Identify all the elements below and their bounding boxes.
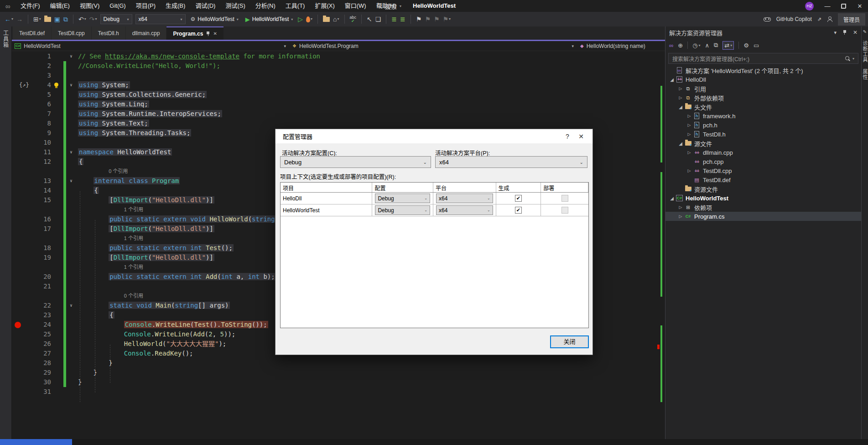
indent-icon[interactable]: ≣ [400, 16, 405, 22]
redo-icon[interactable]: ↷▾ [89, 16, 97, 22]
tree-item[interactable]: ◢头文件 [665, 102, 861, 111]
bookmark-next-icon[interactable]: ⚑ [434, 16, 440, 22]
hot-reload-icon[interactable]: ▾ [306, 16, 312, 22]
spell-check-icon[interactable]: abc✔ [350, 16, 357, 23]
solution-platform-combo[interactable]: x64▾ [135, 14, 186, 24]
bookmark-clear-icon[interactable]: ⚑▾ [443, 16, 451, 22]
save-all-icon[interactable]: ⧉ [63, 16, 68, 22]
tree-item[interactable]: ▷hpch.h [665, 120, 861, 130]
close-icon[interactable]: ✕ [853, 29, 858, 36]
tree-item[interactable]: ◢源文件 [665, 139, 861, 148]
navigate-cursor-icon[interactable]: ↖ [367, 16, 372, 22]
breadcrumb-project[interactable]: C# HelloWorldTest ▾ [12, 41, 290, 51]
menu-item[interactable]: Git(G) [104, 2, 130, 9]
avatar[interactable]: HZ [805, 2, 814, 10]
expander-icon[interactable]: ▷ [686, 132, 693, 136]
dialog-close-icon[interactable]: ✕ [574, 133, 588, 140]
build-checkbox[interactable]: ✔ [515, 195, 522, 202]
expander-icon[interactable]: ▷ [677, 214, 684, 219]
github-copilot-icon[interactable] [764, 17, 771, 21]
fold-arrow-icon[interactable]: ∨ [68, 176, 75, 186]
expander-icon[interactable]: ▷ [686, 114, 693, 118]
open-file-icon[interactable] [44, 17, 51, 22]
deploy-checkbox[interactable] [561, 207, 568, 214]
pin-icon[interactable] [206, 31, 210, 36]
menu-item[interactable]: 编辑(E) [45, 2, 75, 9]
clipboard-icon[interactable]: ❏ [375, 16, 381, 22]
tree-item[interactable]: ▷C#Program.cs [665, 212, 861, 221]
fold-arrow-icon[interactable]: ∨ [68, 147, 75, 157]
tree-item[interactable]: ∞解决方案 'HelloWorldTest' (2 个项目, 共 2 个) [665, 66, 861, 75]
unindent-icon[interactable]: ≣ [391, 16, 397, 22]
scrollbar-change-mark[interactable] [660, 86, 662, 162]
close-button[interactable]: ✕ [855, 3, 864, 10]
tree-item[interactable]: ▷⧉外部依赖项 [665, 93, 861, 102]
config-combo[interactable]: Debug⌄ [375, 205, 430, 215]
menu-item[interactable]: 测试(S) [220, 2, 250, 9]
properties-pages-icon[interactable]: ⧉ [714, 42, 718, 49]
document-tab[interactable]: Program.cs✕ [166, 26, 223, 40]
toolbox-tab[interactable]: 工具箱 [2, 30, 10, 48]
brace-suggestion-icon[interactable]: {↗} [19, 80, 29, 90]
codelens-references[interactable]: 1 个引用 [124, 234, 143, 243]
codelens-references[interactable]: 0 个引用 [109, 167, 128, 176]
tree-item[interactable]: ▷++TestDll.cpp [665, 166, 861, 175]
menu-item[interactable]: 视图(V) [75, 2, 104, 9]
expander-icon[interactable]: ▷ [677, 95, 684, 100]
tree-item[interactable]: ▷hframework.h [665, 111, 861, 120]
run-button[interactable]: ▶HelloWorldTest▾ [244, 16, 295, 23]
undo-icon[interactable]: ↶▾ [78, 16, 86, 22]
restore-button[interactable] [841, 4, 846, 9]
pending-changes-icon[interactable]: ◷▾ [692, 42, 700, 49]
startup-project-combo[interactable]: ⚙HelloWorldTest▾ [189, 16, 240, 22]
scrollbar-change-mark[interactable] [660, 325, 662, 402]
globe-icon[interactable]: ⊕ [678, 42, 683, 49]
active-platform-combo[interactable]: x64 ⌄ [435, 156, 587, 168]
deploy-checkbox[interactable] [561, 195, 568, 202]
menu-item[interactable]: 窗口(W) [340, 2, 371, 9]
sync-active-document-icon[interactable]: ⇄▾ [722, 41, 734, 50]
send-feedback-icon[interactable]: ⇗ [817, 16, 821, 22]
document-tab[interactable]: TestDll.def [13, 26, 51, 40]
find-in-files-icon[interactable] [323, 17, 330, 22]
platform-combo[interactable]: x64⌄ [436, 205, 493, 215]
codelens-references[interactable]: 1 个引用 [124, 205, 143, 215]
search-box[interactable]: 搜索 ▾ [377, 0, 401, 12]
platform-combo[interactable]: x64⌄ [436, 194, 493, 203]
tree-item[interactable]: ◢C#HelloWorldTest [665, 194, 861, 203]
tree-item[interactable]: ++pch.cpp [665, 157, 861, 166]
bookmark-prev-icon[interactable]: ⚑ [425, 16, 431, 22]
tree-item[interactable]: ▤TestDll.def [665, 175, 861, 184]
fold-arrow-icon[interactable]: ∨ [68, 301, 75, 310]
preview-selected-icon[interactable]: ▭ [754, 42, 759, 49]
expander-icon[interactable]: ▷ [686, 123, 693, 127]
scrollbar-change-mark[interactable] [660, 172, 662, 297]
pin-icon[interactable] [843, 30, 847, 35]
menu-item[interactable]: 文件(F) [16, 2, 45, 9]
codelens-references[interactable]: 1 个引用 [124, 262, 143, 272]
tree-item[interactable]: ▷⊞依赖项 [665, 203, 861, 212]
expander-icon[interactable]: ▷ [677, 205, 684, 209]
codelens-references[interactable]: 0 个引用 [124, 291, 143, 301]
expander-icon[interactable]: ◢ [677, 141, 684, 146]
chevron-down-icon[interactable]: ▾ [834, 30, 837, 36]
github-copilot-label[interactable]: GitHub Copilot [776, 16, 812, 22]
menu-item[interactable]: 项目(P) [131, 2, 161, 9]
active-config-combo[interactable]: Debug ⌄ [280, 156, 431, 168]
preview-window-icon[interactable]: ⌂▾ [333, 16, 339, 22]
table-row[interactable]: HelloDllDebug⌄x64⌄✔ [281, 193, 588, 204]
table-row[interactable]: HelloWorldTestDebug⌄x64⌄✔ [281, 204, 588, 216]
expander-icon[interactable]: ▷ [686, 168, 693, 173]
menu-item[interactable]: 分析(N) [250, 2, 281, 9]
dialog-close-button[interactable]: 关闭 [550, 335, 589, 348]
lightbulb-icon[interactable] [54, 83, 58, 87]
tab-diagnostic-tools[interactable]: 诊断工具 [861, 41, 868, 63]
bookmark-icon[interactable]: ⚑ [416, 16, 422, 22]
collapse-all-icon[interactable]: ∧ [705, 42, 710, 49]
config-combo[interactable]: Debug⌄ [375, 194, 430, 203]
wrench-icon[interactable]: ⚙ [743, 42, 749, 49]
expander-icon[interactable]: ◢ [668, 196, 676, 201]
build-checkbox[interactable]: ✔ [515, 207, 522, 214]
tab-properties[interactable]: 属性 [861, 69, 868, 80]
document-tab[interactable]: TestDll.h [92, 26, 125, 40]
